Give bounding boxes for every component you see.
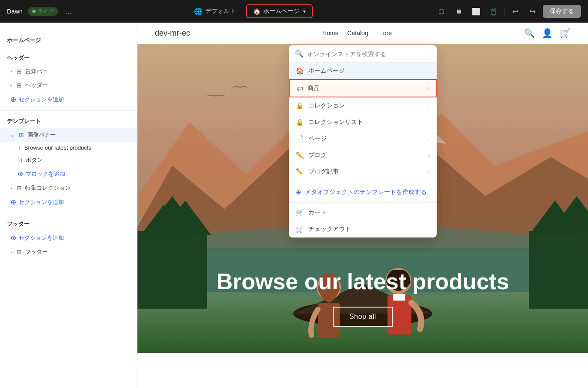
add-footer-section-label: セクションを追加 bbox=[19, 234, 64, 242]
add-footer-section-button[interactable]: ⊕ セクションを追加 bbox=[0, 231, 137, 245]
default-selector[interactable]: 🌐 デフォルト bbox=[194, 7, 236, 16]
footer-label: フッター bbox=[25, 248, 48, 256]
dropdown-checkout-label: チェックアウト bbox=[308, 225, 351, 233]
dropdown-divider bbox=[289, 182, 437, 182]
redo-button[interactable]: ↪ bbox=[525, 4, 539, 18]
topbar-right: ⬡ 🖥 ⬜ 📱 ↩ ↪ 保存する bbox=[434, 4, 581, 18]
brand-name: Dawn bbox=[7, 8, 23, 15]
sidebar-template-header: テンプレート bbox=[0, 114, 137, 128]
page-icon: 📄 bbox=[296, 135, 304, 143]
main-layout: ホームページ ヘッダー › ⊞ 告知バー › ⊞ ヘッダー ⊕ セクションを追加… bbox=[0, 23, 588, 388]
topbar-center: 🌐 デフォルト 🏠 ホームページ ▾ bbox=[78, 4, 429, 18]
dropdown-item-left: ✏️ ブログ記事 bbox=[296, 168, 339, 176]
globe-icon: 🌐 bbox=[194, 7, 203, 16]
blog-icon: ✏️ bbox=[296, 151, 304, 159]
dropdown-item-left: 🔒 コレクション bbox=[296, 102, 345, 110]
notice-bar-label: 告知バー bbox=[25, 67, 48, 75]
mobile-view-button[interactable]: 📱 bbox=[487, 4, 501, 18]
desktop-view-button[interactable]: 🖥 bbox=[452, 4, 466, 18]
dropdown-item-left: 🔒 コレクションリスト bbox=[296, 118, 363, 126]
topbar: Dawn ライブ … 🌐 デフォルト 🏠 ホームページ ▾ ⬡ 🖥 ⬜ 📱 ↩ … bbox=[0, 0, 588, 23]
collection-icon: ⊞ bbox=[17, 184, 22, 191]
home-icon: 🏠 bbox=[253, 8, 261, 15]
nav-more[interactable]: …ore bbox=[377, 30, 392, 37]
sidebar-block-button[interactable]: ⊡ ボタン bbox=[0, 154, 137, 167]
nav-home[interactable]: Home bbox=[322, 30, 338, 37]
expand-arrow-icon: › bbox=[10, 249, 12, 254]
sidebar-item-header[interactable]: › ⊞ ヘッダー bbox=[0, 78, 137, 92]
page-selector-button[interactable]: 🏠 ホームページ ▾ bbox=[246, 4, 313, 18]
dropdown-homepage-label: ホームページ bbox=[308, 67, 345, 75]
store-logo: dev-mr-ec bbox=[155, 29, 190, 38]
tablet-view-button[interactable]: ⬜ bbox=[469, 4, 483, 18]
dropdown-item-collection-list[interactable]: 🔒 コレクションリスト bbox=[289, 114, 437, 130]
home-icon: 🏠 bbox=[296, 67, 304, 75]
expand-arrow-icon: ⌄ bbox=[10, 132, 14, 138]
search-icon[interactable]: 🔍 bbox=[524, 28, 535, 38]
chevron-right-icon: › bbox=[427, 85, 429, 91]
dropdown-item-checkout[interactable]: 🛒 チェックアウト bbox=[289, 221, 437, 237]
text-icon: T bbox=[17, 144, 21, 151]
layout-icon: ⊞ bbox=[17, 82, 22, 89]
dropdown-item-blog[interactable]: ✏️ ブログ › bbox=[289, 147, 437, 164]
chevron-down-icon: ▾ bbox=[303, 9, 306, 14]
dropdown-item-homepage[interactable]: 🏠 ホームページ bbox=[289, 63, 437, 79]
add-header-section-button[interactable]: ⊕ セクションを追加 bbox=[0, 92, 137, 107]
shop-all-button[interactable]: Shop all bbox=[333, 307, 393, 327]
dropdown-item-collections[interactable]: 🔒 コレクション › bbox=[289, 97, 437, 114]
sidebar-footer-header: フッター bbox=[0, 217, 137, 231]
dropdown-item-left: 🏠 ホームページ bbox=[296, 67, 345, 75]
plus-icon: ⊕ bbox=[17, 170, 23, 178]
save-button[interactable]: 保存する bbox=[543, 5, 581, 18]
dropdown-item-pages[interactable]: 📄 ページ › bbox=[289, 130, 437, 147]
dropdown-item-products[interactable]: 🏷 商品 › bbox=[289, 79, 437, 97]
nav-catalog[interactable]: Catalog bbox=[347, 30, 368, 37]
dropdown-item-left: ✏️ ブログ bbox=[296, 151, 327, 159]
sidebar-block-text[interactable]: T Browse our latest products bbox=[0, 142, 137, 154]
account-icon[interactable]: 👤 bbox=[542, 28, 553, 38]
dropdown-cart-label: カート bbox=[308, 209, 327, 217]
checkout-icon: 🛒 bbox=[296, 225, 304, 233]
divider bbox=[504, 7, 504, 16]
plus-icon: ⊕ bbox=[10, 198, 16, 206]
live-dot bbox=[32, 10, 36, 13]
undo-button[interactable]: ↩ bbox=[508, 4, 522, 18]
sidebar-main-header: ホームページ bbox=[0, 33, 137, 47]
sidebar-item-notice-bar[interactable]: › ⊞ 告知バー bbox=[0, 64, 137, 78]
featured-collection-label: 特集コレクション bbox=[25, 184, 70, 192]
dropdown-item-meta-template[interactable]: ⊕ メタオブジェクトのテンプレートを作成する bbox=[289, 184, 437, 201]
dropdown-item-left: 🏷 商品 bbox=[297, 84, 320, 92]
cart-icon[interactable]: 🛒 bbox=[560, 28, 571, 38]
chevron-right-icon: › bbox=[428, 169, 430, 175]
hero-content: Browse our latest products Shop all bbox=[137, 268, 588, 353]
cart-icon: 🛒 bbox=[296, 209, 304, 217]
sidebar-item-image-banner[interactable]: ⌄ ⊞ 画像バナー bbox=[0, 128, 137, 142]
layout-icon: ⊞ bbox=[17, 68, 22, 75]
plus-icon: ⊕ bbox=[10, 95, 16, 104]
plus-icon: ⊕ bbox=[10, 234, 16, 242]
cursor-tool-button[interactable]: ⬡ bbox=[434, 4, 448, 18]
sidebar-item-featured-collection[interactable]: › ⊞ 特集コレクション bbox=[0, 181, 137, 195]
add-block-label: ブロックを追加 bbox=[26, 170, 65, 178]
dropdown-item-blog-post[interactable]: ✏️ ブログ記事 › bbox=[289, 164, 437, 180]
image-banner-label: 画像バナー bbox=[27, 131, 56, 139]
page-name-label: ホームページ bbox=[263, 7, 300, 15]
block-button-label: ボタン bbox=[26, 156, 43, 164]
dropdown-meta-label: メタオブジェクトのテンプレートを作成する bbox=[305, 188, 427, 196]
add-block-button[interactable]: ⊕ ブロックを追加 bbox=[0, 167, 137, 181]
expand-arrow-icon: › bbox=[10, 69, 12, 74]
more-options-button[interactable]: … bbox=[65, 7, 73, 16]
store-search-input[interactable] bbox=[307, 50, 431, 57]
chevron-right-icon: › bbox=[428, 103, 430, 109]
dropdown-item-cart[interactable]: 🛒 カート bbox=[289, 204, 437, 221]
canvas-area: dev-mr-ec Home Catalog …ore 🔍 👤 🛒 bbox=[137, 23, 588, 388]
dropdown-collection-list-label: コレクションリスト bbox=[308, 118, 363, 126]
sidebar-item-footer[interactable]: › ⊞ フッター bbox=[0, 245, 137, 259]
add-template-section-button[interactable]: ⊕ セクションを追加 bbox=[0, 195, 137, 209]
dropdown-item-left: 🛒 カート bbox=[296, 209, 327, 217]
collection-icon: 🔒 bbox=[296, 102, 304, 110]
plus-circle-icon: ⊕ bbox=[296, 188, 301, 196]
dropdown-blog-label: ブログ bbox=[308, 151, 327, 159]
page-dropdown-popup: 🔍 🏠 ホームページ 🏷 商品 › � bbox=[289, 45, 437, 237]
dropdown-blog-post-label: ブログ記事 bbox=[308, 168, 339, 176]
